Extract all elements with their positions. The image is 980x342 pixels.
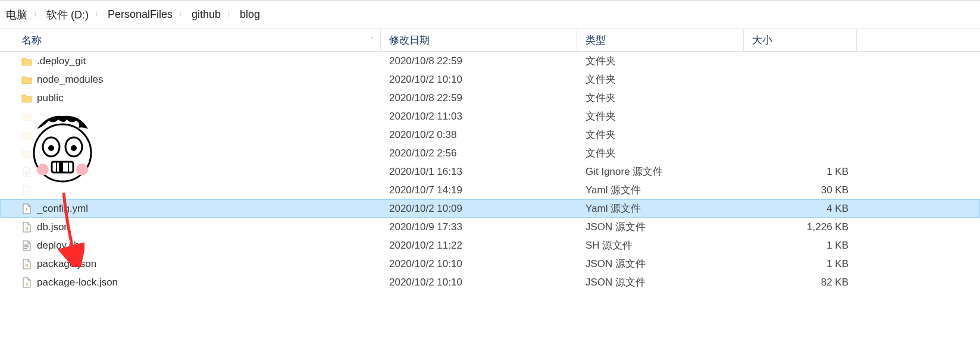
folder-icon: [21, 74, 32, 85]
file-row[interactable]: 2020/10/1 16:13Git Ignore 源文件1 KB: [0, 162, 980, 181]
cell-name: [0, 144, 381, 162]
cell-name: [0, 162, 381, 181]
breadcrumb-segment[interactable]: blog: [237, 8, 262, 21]
cell-modified: 2020/10/2 10:09: [381, 199, 577, 218]
folder-icon: [21, 93, 32, 103]
cell-size: 1 KB: [744, 162, 857, 181]
file-row[interactable]: package.json2020/10/2 10:10JSON 源文件1 KB: [0, 255, 980, 273]
file-list: .deploy_git2020/10/8 22:59文件夹node_module…: [0, 52, 980, 291]
column-header-type[interactable]: 类型: [577, 29, 744, 51]
cell-size: [744, 70, 857, 89]
file-row[interactable]: package-lock.json2020/10/2 10:10JSON 源文件…: [0, 273, 980, 291]
file-explorer-window: 电脑〉软件 (D:)〉PersonalFiles〉github〉blog 名称 …: [0, 0, 980, 342]
cell-modified: 2020/10/2 10:10: [381, 273, 577, 291]
cell-size: 1,226 KB: [744, 218, 857, 236]
cell-name: [0, 107, 381, 125]
cell-name: .deploy_git: [0, 52, 381, 70]
file-row[interactable]: 2020/10/2 2:56文件夹: [0, 144, 980, 162]
cell-name: [0, 125, 381, 144]
column-header-modified[interactable]: 修改日期: [381, 29, 577, 51]
yaml-icon: [21, 203, 32, 214]
cell-type: 文件夹: [577, 107, 744, 125]
file-row[interactable]: 2020/10/2 0:38文件夹: [0, 125, 980, 144]
breadcrumb-segment[interactable]: 软件 (D:): [44, 8, 91, 22]
cell-type: 文件夹: [577, 52, 744, 70]
folder-icon: [21, 56, 32, 67]
yaml-icon: [21, 185, 32, 196]
file-name: .deploy_git: [37, 55, 86, 67]
json-icon: [21, 222, 32, 233]
cell-modified: 2020/10/2 2:56: [381, 144, 577, 162]
cell-name: _config.yml: [0, 199, 381, 218]
cell-type: SH 源文件: [577, 236, 744, 255]
column-header-label: 类型: [586, 33, 606, 47]
cell-size: 82 KB: [744, 273, 857, 291]
file-row[interactable]: db.json2020/10/9 17:33JSON 源文件1,226 KB: [0, 218, 980, 236]
cell-name: db.json: [0, 218, 381, 236]
file-row[interactable]: .deploy_git2020/10/8 22:59文件夹: [0, 52, 980, 70]
file-name: db.json: [37, 221, 70, 233]
file-row[interactable]: 2020/10/2 11:03文件夹: [0, 107, 980, 125]
cell-type: Yaml 源文件: [577, 181, 744, 199]
column-header-label: 大小: [752, 33, 772, 47]
folder-icon: [21, 148, 32, 159]
json-icon: [21, 259, 32, 269]
cell-size: 1 KB: [744, 236, 857, 255]
cell-modified: 2020/10/8 22:59: [381, 52, 577, 70]
breadcrumb-segment[interactable]: github: [189, 8, 223, 21]
breadcrumb-segment[interactable]: 电脑: [4, 8, 30, 22]
folder-icon: [21, 130, 32, 140]
cell-type: 文件夹: [577, 125, 744, 144]
file-row[interactable]: _config.yml2020/10/2 10:09Yaml 源文件4 KB: [0, 199, 980, 218]
cell-modified: 2020/10/1 16:13: [381, 162, 577, 181]
cell-modified: 2020/10/2 0:38: [381, 125, 577, 144]
cell-size: [744, 125, 857, 144]
cell-name: package.json: [0, 255, 381, 273]
cell-modified: 2020/10/9 17:33: [381, 218, 577, 236]
chevron-right-icon: 〉: [30, 10, 44, 20]
gear-icon: [21, 167, 32, 177]
cell-name: node_modules: [0, 70, 381, 89]
file-name: package.json: [37, 258, 96, 270]
file-name: public: [37, 92, 63, 104]
file-name: node_modules: [37, 74, 104, 86]
column-header-size[interactable]: 大小: [744, 29, 857, 51]
cell-modified: 2020/10/2 11:03: [381, 107, 577, 125]
cell-type: JSON 源文件: [577, 218, 744, 236]
file-row[interactable]: deploy.sh2020/10/2 11:22SH 源文件1 KB: [0, 236, 980, 255]
cell-size: [744, 52, 857, 70]
cell-modified: 2020/10/7 14:19: [381, 181, 577, 199]
cell-size: 1 KB: [744, 255, 857, 273]
cell-type: 文件夹: [577, 70, 744, 89]
cell-name: package-lock.json: [0, 273, 381, 291]
cell-type: Yaml 源文件: [577, 199, 744, 218]
chevron-right-icon: 〉: [175, 10, 189, 20]
cell-size: [744, 144, 857, 162]
cell-size: 30 KB: [744, 181, 857, 199]
file-row[interactable]: node_modules2020/10/2 10:10文件夹: [0, 70, 980, 89]
chevron-right-icon: 〉: [223, 10, 237, 20]
folder-icon: [21, 111, 32, 122]
file-name: _config.yml: [37, 203, 88, 215]
file-name: package-lock.json: [37, 277, 118, 288]
column-header-label: 修改日期: [389, 33, 430, 47]
cell-size: 4 KB: [744, 199, 857, 218]
breadcrumb-segment[interactable]: PersonalFiles: [105, 8, 175, 21]
cell-type: JSON 源文件: [577, 273, 744, 291]
column-header-name[interactable]: 名称 ˆ: [0, 29, 381, 51]
cell-modified: 2020/10/2 10:10: [381, 255, 577, 273]
cell-size: [744, 89, 857, 107]
file-row[interactable]: public2020/10/8 22:59文件夹: [0, 89, 980, 107]
breadcrumb[interactable]: 电脑〉软件 (D:)〉PersonalFiles〉github〉blog: [0, 1, 980, 29]
file-name: deploy.sh: [37, 240, 80, 252]
sh-icon: [21, 240, 32, 251]
cell-name: [0, 181, 381, 199]
file-row[interactable]: 2020/10/7 14:19Yaml 源文件30 KB: [0, 181, 980, 199]
cell-name: deploy.sh: [0, 236, 381, 255]
cell-modified: 2020/10/8 22:59: [381, 89, 577, 107]
cell-size: [744, 107, 857, 125]
cell-type: Git Ignore 源文件: [577, 162, 744, 181]
cell-type: 文件夹: [577, 89, 744, 107]
column-header-label: 名称: [21, 33, 42, 47]
cell-name: public: [0, 89, 381, 107]
